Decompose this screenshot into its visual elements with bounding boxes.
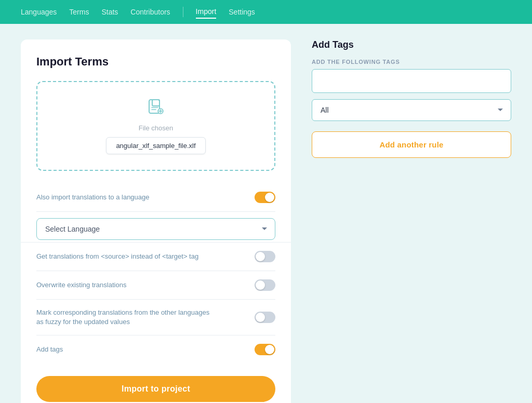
toggle-add-tags-switch[interactable] [255,344,275,355]
tags-all-select[interactable]: All Any [312,99,511,121]
file-chosen-label: File chosen [139,124,173,132]
toggle-import-translations-label: Also import translations to a language [36,193,150,202]
toggle-import-translations: Also import translations to a language [36,183,275,212]
language-select-wrapper: Select Language English Spanish French G… [36,212,275,242]
import-button[interactable]: Import to project [36,376,275,402]
nav-stats[interactable]: Stats [101,6,118,18]
nav-import[interactable]: Import [196,5,217,19]
file-icon [147,98,165,119]
file-name-badge: angular_xlf_sample_file.xlf [106,137,205,154]
toggle-fuzzy: Mark corresponding translations from the… [36,300,275,335]
nav-contributors[interactable]: Contributors [130,6,170,18]
toggle-fuzzy-switch[interactable] [255,312,275,323]
tags-input[interactable] [312,69,511,93]
right-panel: Add Tags ADD THE FOLLOWING TAGS All Any … [291,39,511,403]
add-rule-button[interactable]: Add another rule [312,131,511,158]
add-tags-section: Add Tags ADD THE FOLLOWING TAGS All Any … [312,39,511,158]
file-upload-area[interactable]: File chosen angular_xlf_sample_file.xlf [36,81,275,171]
language-select[interactable]: Select Language English Spanish French G… [36,218,275,240]
nav-divider [183,7,183,17]
nav-terms[interactable]: Terms [69,6,89,18]
toggle-overwrite: Overwrite existing translations [36,271,275,300]
main-wrapper: Import Terms File chosen angular_xlf_sam… [0,24,532,403]
add-tags-sublabel: ADD THE FOLLOWING TAGS [312,59,511,65]
toggle-import-translations-switch[interactable] [255,192,275,203]
toggle-source-tag-switch[interactable] [255,251,275,262]
toggle-source-tag: Get translations from <source> instead o… [36,243,275,271]
toggle-source-tag-label: Get translations from <source> instead o… [36,252,198,261]
toggle-add-tags-label: Add tags [36,345,63,354]
left-panel: Import Terms File chosen angular_xlf_sam… [21,39,291,403]
toggle-overwrite-label: Overwrite existing translations [36,280,126,290]
svg-rect-1 [152,100,159,106]
toggle-fuzzy-label: Mark corresponding translations from the… [36,308,213,327]
page-title: Import Terms [36,55,275,69]
top-navigation: Languages Terms Stats Contributors Impor… [0,0,532,24]
nav-settings[interactable]: Settings [229,6,255,18]
toggle-add-tags: Add tags [36,335,275,364]
toggle-overwrite-switch[interactable] [255,279,275,291]
nav-languages[interactable]: Languages [21,6,57,18]
add-tags-title: Add Tags [312,39,511,50]
